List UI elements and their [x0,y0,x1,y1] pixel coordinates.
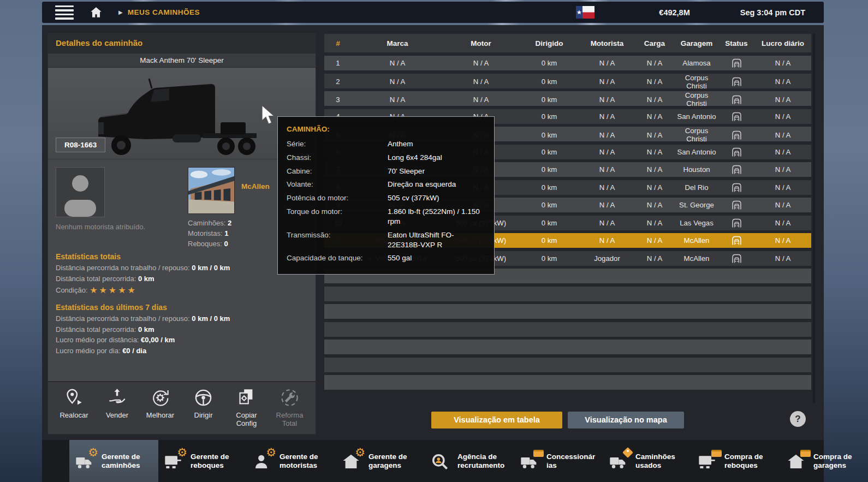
nav-recruitment-agency[interactable]: Agência de recrutamento [425,440,514,482]
nav-used-trucks[interactable]: Caminhões usados [603,440,692,482]
table-row[interactable]: 2N / AN / A0 kmN / AN / ACorpus ChristiN… [324,74,811,88]
relocate-button[interactable]: Realocar [52,388,96,434]
cell-driver: N / A [580,201,634,209]
nav-truck-manager[interactable]: ⚙Gerente de caminhões [69,440,158,482]
action-label: Copiar Config [225,412,268,428]
truck-in-garage-icon [718,199,754,211]
cell-garage: San Antonio [675,148,718,156]
driver-avatar [56,167,105,217]
garage-thumbnail[interactable] [188,167,235,214]
tooltip-label: Capacidade do tanque: [287,253,388,263]
copy-config-icon [236,388,257,410]
empty-row [324,304,811,319]
empty-row [324,287,811,301]
nav-garage-manager[interactable]: ⚙Gerente de garagens [336,440,425,482]
garage-purchase-icon [787,451,808,472]
column-header: Carga [634,39,675,47]
cell-cargo: N / A [634,183,675,192]
cell-brand: N / A [352,78,443,86]
relocate-pin-icon [64,388,84,410]
stat-line: Distância percorrida no trabalho / repou… [56,313,308,324]
column-header: # [324,39,352,47]
nav-label: Gerente de garagens [368,453,419,469]
upgrade-button[interactable]: Melhorar [139,388,182,434]
action-label: Realocar [60,412,88,420]
cell-driven: 0 km [519,165,580,174]
sell-button[interactable]: Vender [96,388,139,434]
column-header: Status [718,39,754,47]
top-bar: ▶ MEUS CAMINHÕES €492,8M Seg 3:04 pm CDT [42,2,824,23]
truck-in-garage-icon [718,164,754,175]
tooltip-label: Série: [287,139,388,149]
stats-week-section: Estatísticas dos últimos 7 dias Distânci… [48,297,316,356]
recruitment-agency-icon [431,451,452,472]
truck-tooltip: CAMINHÃO: Série:AnthemChassi:Long 6x4 28… [277,116,495,275]
truck-in-garage-icon [718,146,754,158]
cell-cargo: N / A [634,96,675,104]
cell-cargo: N / A [634,254,675,263]
stats-week-lines: Distância percorrida no trabalho / repou… [56,313,308,356]
menu-icon[interactable] [55,3,74,22]
cell-driver: N / A [580,78,634,86]
cell-number: 1 [324,59,352,67]
cell-profit: N / A [754,165,811,174]
home-icon[interactable] [88,4,104,21]
tooltip-row: Volante:Direção na esquerda [287,180,485,189]
cell-profit: N / A [754,59,811,67]
tooltip-label: Cabine: [287,166,388,176]
map-view-button[interactable]: Visualização no mapa [568,412,684,429]
nav-driver-manager[interactable]: ⚙Gerente de motoristas [247,440,336,482]
overhaul-wrench-icon [280,388,300,410]
tooltip-label: Potência do motor: [287,193,388,203]
action-label: Dirigir [194,412,213,420]
condition-stars: ★★★★★ [90,285,137,295]
truck-in-garage-icon [718,235,754,246]
truck-silhouette [87,70,280,157]
empty-row [324,358,811,372]
nav-dealers[interactable]: Concessionárias [514,440,603,482]
table-row[interactable]: 1N / AN / A0 kmN / AN / AAlamosaN / A [324,56,811,70]
drive-button[interactable]: Dirigir [182,388,225,434]
cell-driven: 0 km [519,59,580,67]
nav-garage-purchase[interactable]: Compra de garagens [781,440,868,482]
truck-in-garage-icon [718,76,754,87]
cell-cargo: N / A [634,78,675,86]
nav-trailer-purchase[interactable]: Compra de reboques [692,440,781,482]
stat-line: Distância total percorrida: 0 km [56,273,308,284]
help-button[interactable]: ? [790,411,806,427]
nav-label: Caminhões usados [635,453,686,469]
cell-cargo: N / A [634,148,675,156]
cell-driver: Jogador [580,254,634,263]
cell-garage: Corpus Christi [675,91,718,108]
card-overlay-icon [533,450,544,457]
bottom-nav: ⚙Gerente de caminhões⚙Gerente de reboque… [42,440,824,482]
table-view-button[interactable]: Visualização em tabela [431,412,562,429]
copy-config-button[interactable]: Copiar Config [225,388,268,434]
table-scrollbar[interactable] [813,34,815,403]
cell-profit: N / A [754,131,811,139]
cell-cargo: N / A [634,112,675,121]
table-row[interactable]: 3N / AN / A0 kmN / AN / ACorpus ChristiN… [324,91,811,106]
column-header: Dirigido [519,39,580,47]
garage-name: McAllen [241,182,270,214]
cell-driver: N / A [580,112,634,121]
driver-garage-info: Nenhum motorista atribuído. [48,159,316,246]
cell-driver: N / A [580,219,634,227]
cell-driver: N / A [580,59,634,67]
cell-cargo: N / A [634,219,675,227]
steering-wheel-icon [193,388,213,410]
action-label: Vender [106,412,128,420]
cell-number: 3 [324,96,352,104]
card-overlay-icon [711,450,722,457]
app-frame: ▶ MEUS CAMINHÕES €492,8M Seg 3:04 pm CDT… [42,0,824,482]
truck-in-garage-icon [718,129,754,141]
truck-in-garage-icon [718,253,754,264]
cell-cargo: N / A [634,201,675,209]
texas-flag [576,6,594,19]
tooltip-row: Chassi:Long 6x4 284gal [287,153,485,163]
tooltip-label: Transmissão: [287,230,388,250]
gear-overlay-icon: ⚙ [266,446,276,459]
cell-profit: N / A [754,78,811,86]
nav-trailer-manager[interactable]: ⚙Gerente de reboques [158,440,247,482]
cell-profit: N / A [754,148,811,156]
